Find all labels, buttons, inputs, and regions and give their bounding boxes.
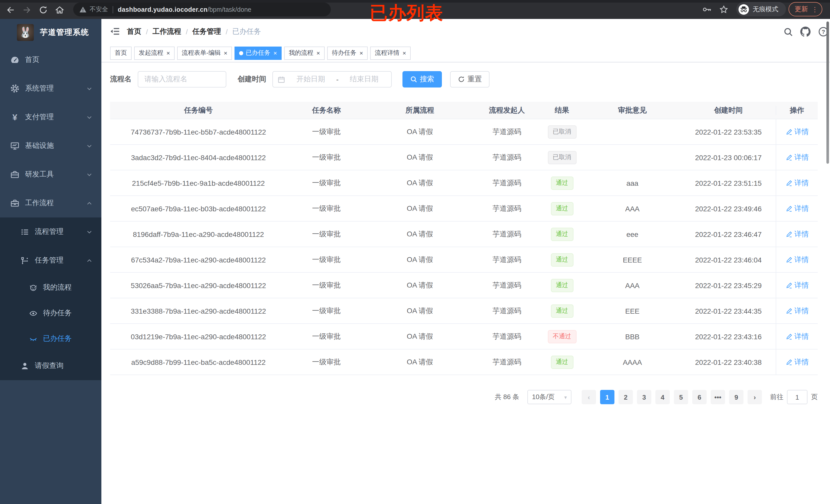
app-logo[interactable]: 🐰 芋道管理系统: [0, 19, 101, 45]
breadcrumb-item-任务管理[interactable]: 任务管理: [193, 27, 221, 36]
sidebar-item-首页[interactable]: 首页: [0, 45, 101, 74]
yen-icon: ¥: [10, 112, 20, 122]
browser-update-button[interactable]: 更新 ⋮: [789, 2, 822, 16]
cell-task-id: 03d1219e-7b9a-11ec-a290-acde48001122: [110, 324, 287, 349]
tab-close-icon[interactable]: ×: [403, 50, 406, 56]
process-name-input[interactable]: 请输入流程名: [138, 71, 226, 88]
detail-link[interactable]: 详情: [785, 358, 809, 367]
breadcrumb-item-首页[interactable]: 首页: [127, 27, 141, 36]
sidebar-item-任务管理[interactable]: 任务管理: [0, 246, 101, 275]
browser-home-icon[interactable]: [54, 4, 65, 15]
browser-forward-icon[interactable]: [21, 4, 32, 15]
collapse-sidebar-icon[interactable]: [110, 27, 120, 36]
tab-发起流程[interactable]: 发起流程 ×: [134, 46, 174, 60]
tab-close-icon[interactable]: ×: [224, 50, 227, 56]
browser-menu-dots-icon[interactable]: ⋮: [811, 5, 818, 13]
sidebar-item-基础设施[interactable]: 基础设施: [0, 132, 101, 160]
next-page-button[interactable]: ›: [747, 390, 762, 404]
url-path[interactable]: /bpm/task/done: [208, 6, 251, 13]
page-button-1[interactable]: 1: [600, 390, 614, 404]
tab-close-icon[interactable]: ×: [274, 50, 277, 56]
goto-page-input[interactable]: 1: [787, 390, 807, 404]
tab-close-icon[interactable]: ×: [166, 50, 170, 56]
security-warning-icon[interactable]: [79, 6, 87, 13]
tab-我的流程[interactable]: 我的流程 ×: [284, 46, 325, 60]
detail-link[interactable]: 详情: [785, 230, 809, 239]
tab-首页[interactable]: 首页: [110, 46, 132, 60]
result-badge: 通过: [551, 355, 573, 369]
detail-link[interactable]: 详情: [785, 178, 809, 188]
sidebar-item-工作流程[interactable]: 工作流程: [0, 189, 101, 217]
breadcrumb-item-工作流程[interactable]: 工作流程: [153, 27, 181, 36]
sidebar-item-系统管理[interactable]: 系统管理: [0, 74, 101, 103]
cell-comment: [584, 119, 681, 144]
sidebar-item-支付管理[interactable]: ¥ 支付管理: [0, 103, 101, 132]
detail-link[interactable]: 详情: [785, 127, 809, 136]
cell-actions: 详情: [776, 324, 818, 349]
page-button-3[interactable]: 3: [637, 390, 651, 404]
github-icon[interactable]: [800, 27, 810, 37]
tab-待办任务[interactable]: 待办任务 ×: [327, 46, 368, 60]
sidebar-item-流程管理[interactable]: 流程管理: [0, 217, 101, 246]
page-button-6[interactable]: 6: [692, 390, 707, 404]
cell-process: OA 请假: [366, 145, 474, 170]
reset-button-label: 重置: [468, 75, 482, 84]
cell-task-id: 215cf4e5-7b9b-11ec-9a1b-acde48001122: [110, 170, 287, 196]
page-button-2[interactable]: 2: [618, 390, 633, 404]
browser-back-icon[interactable]: [5, 4, 16, 15]
detail-link[interactable]: 详情: [785, 204, 809, 213]
page-button-4[interactable]: 4: [656, 390, 670, 404]
sidebar-item-研发工具[interactable]: 研发工具: [0, 160, 101, 189]
annotation-overlay-title: 已办列表: [370, 3, 443, 23]
sidebar-item-已办任务[interactable]: 已办任务: [0, 326, 101, 351]
bookmark-star-icon[interactable]: [720, 5, 728, 14]
cell-task-id: 67c534a2-7b9a-11ec-a290-acde48001122: [110, 247, 287, 272]
cell-comment: [584, 145, 681, 170]
edit-pencil-icon: [785, 179, 792, 187]
detail-link[interactable]: 详情: [785, 153, 809, 162]
cell-task-id: 53026aa5-7b9a-11ec-a290-acde48001122: [110, 273, 287, 298]
tab-已办任务[interactable]: 已办任务 ×: [234, 46, 282, 60]
browser-reload-icon[interactable]: [37, 4, 49, 15]
detail-link[interactable]: 详情: [785, 306, 809, 315]
url-bar[interactable]: 不安全 dashboard.yudao.iocoder.cn/bpm/task/…: [73, 3, 331, 16]
page-button-9[interactable]: 9: [729, 390, 743, 404]
column-header-审批意见: 审批意见: [584, 106, 681, 115]
prev-page-button[interactable]: ‹: [582, 390, 596, 404]
page-ellipsis[interactable]: •••: [711, 390, 725, 404]
page-button-5[interactable]: 5: [674, 390, 688, 404]
detail-link[interactable]: 详情: [785, 255, 809, 264]
date-range-input[interactable]: 开始日期 - 结束日期: [273, 71, 392, 88]
reset-button[interactable]: 重置: [450, 71, 489, 88]
update-label[interactable]: 更新: [795, 5, 808, 14]
search-icon[interactable]: [783, 27, 793, 37]
key-icon[interactable]: [703, 6, 712, 13]
cell-actions: 详情: [776, 170, 818, 196]
detail-link[interactable]: 详情: [785, 281, 809, 290]
process-name-placeholder: 请输入流程名: [145, 75, 187, 84]
cell-created-time: 2022-01-23 00:06:17: [681, 145, 776, 170]
tab-流程详情[interactable]: 流程详情 ×: [370, 46, 411, 60]
list-icon: [20, 227, 29, 236]
tab-close-icon[interactable]: ×: [316, 50, 320, 56]
cell-task-id: 74736737-7b9b-11ec-b5b7-acde48001122: [110, 119, 287, 144]
table-row: 03d1219e-7b9a-11ec-a290-acde48001122 一级审…: [110, 324, 818, 349]
detail-link[interactable]: 详情: [785, 332, 809, 341]
tab-close-icon[interactable]: ×: [359, 50, 363, 56]
menu-item-label: 流程管理: [35, 227, 63, 236]
cell-comment: AAAA: [584, 349, 681, 374]
sidebar-item-请假查询[interactable]: 请假查询: [0, 351, 101, 380]
menu-item-label: 待办任务: [43, 308, 72, 318]
monitor-icon: [10, 141, 20, 150]
search-button[interactable]: 搜索: [403, 71, 442, 88]
url-domain[interactable]: dashboard.yudao.iocoder.cn: [118, 6, 208, 13]
cell-process: OA 请假: [366, 247, 474, 272]
total-count-label: 共 86 条: [495, 393, 519, 402]
sidebar-item-待办任务[interactable]: 待办任务: [0, 300, 101, 326]
page-size-select[interactable]: 10条/页 ▾: [528, 390, 571, 404]
tab-流程表单-编辑[interactable]: 流程表单-编辑 ×: [177, 46, 232, 60]
sidebar-item-我的流程[interactable]: 我的流程: [0, 275, 101, 300]
security-label[interactable]: 不安全: [90, 5, 108, 14]
menu-item-label: 请假查询: [35, 361, 63, 370]
window-scrollbar[interactable]: [826, 22, 829, 164]
